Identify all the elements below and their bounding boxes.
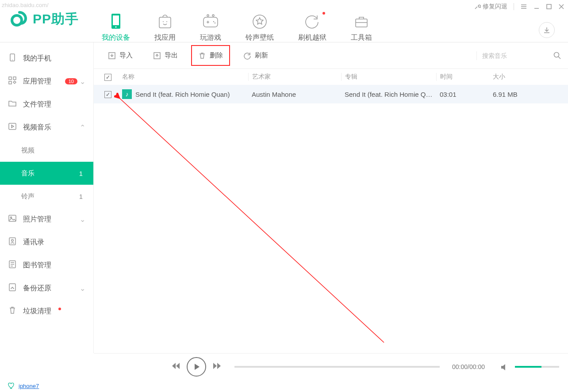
window-controls: 修复闪退 — [474, 3, 564, 11]
svg-point-16 — [12, 60, 13, 61]
tool-label: 删除 — [210, 51, 223, 60]
sidebar-item-trash[interactable]: 垃圾清理 — [0, 300, 93, 323]
logo-text: PP助手 — [33, 10, 79, 28]
sidebar-subitem-music[interactable]: 音乐 1 — [0, 162, 93, 185]
chevron-down-icon: ⌄ — [80, 77, 85, 86]
sidebar-item-files[interactable]: 文件管理 — [0, 93, 93, 116]
checkbox-row[interactable]: ✓ — [104, 91, 111, 98]
volume-slider[interactable] — [515, 366, 559, 368]
export-icon — [153, 52, 161, 60]
fix-crash-button[interactable]: 修复闪退 — [474, 3, 507, 11]
checkbox-all[interactable]: ✓ — [104, 74, 111, 81]
col-artist-header[interactable]: 艺术家 — [248, 73, 341, 81]
refresh-button[interactable]: 刷新 — [240, 49, 272, 62]
table-row[interactable]: ✓ ♪ Send It (feat. Rich Homie Quan) Aust… — [94, 85, 568, 103]
cell-size: 6.91 MB — [489, 91, 568, 98]
device-link[interactable]: iphone7 — [19, 383, 39, 389]
col-size-header[interactable]: 大小 — [489, 73, 568, 81]
trash-icon — [198, 52, 206, 60]
next-button[interactable] — [212, 361, 222, 372]
sidebar-label: 我的手机 — [23, 54, 51, 63]
image-icon — [8, 214, 17, 225]
nav-flash[interactable]: 刷机越狱 — [298, 13, 326, 42]
export-button[interactable]: 导出 — [150, 49, 181, 62]
play-button[interactable] — [187, 357, 206, 377]
trash-icon — [8, 306, 17, 316]
svg-rect-21 — [9, 215, 16, 221]
import-button[interactable]: 导入 — [104, 49, 136, 62]
sidebar-item-video-music[interactable]: 视频音乐 ⌃ — [0, 116, 93, 139]
toolbar: 导入 导出 删除 刷新 — [94, 42, 568, 69]
svg-point-4 — [115, 26, 116, 27]
nav-ringtone[interactable]: 铃声壁纸 — [246, 13, 274, 42]
book-icon — [8, 260, 17, 270]
svg-point-24 — [12, 240, 13, 241]
sidebar-item-apps[interactable]: 应用管理 10 ⌄ — [0, 70, 93, 93]
menu-icon[interactable] — [520, 3, 527, 10]
tool-label: 导入 — [119, 51, 133, 60]
chevron-up-icon: ⌃ — [80, 123, 85, 132]
close-icon[interactable] — [558, 4, 564, 10]
col-album-header[interactable]: 专辑 — [341, 73, 436, 81]
download-icon[interactable] — [539, 22, 555, 38]
sidebar-subitem-video[interactable]: 视频 — [0, 139, 93, 162]
wrench-icon — [474, 3, 481, 10]
apps-icon — [8, 76, 17, 87]
nav-label: 我的设备 — [102, 33, 130, 42]
main-nav: 我的设备 找应用 玩游戏 铃声壁纸 刷机越狱 工具箱 — [102, 4, 372, 42]
refresh-icon — [304, 13, 320, 30]
search-input[interactable] — [482, 52, 549, 59]
svg-point-29 — [554, 52, 559, 57]
volume-icon[interactable] — [500, 362, 509, 371]
chevron-down-icon: ⌄ — [80, 284, 85, 293]
count: 1 — [79, 193, 83, 200]
nav-find-app[interactable]: 找应用 — [154, 13, 176, 42]
minimize-icon[interactable] — [533, 4, 540, 10]
maximize-icon[interactable] — [546, 4, 552, 10]
window-header: 修复闪退 PP助手 我的设备 找应用 玩游戏 铃声壁纸 — [0, 0, 568, 42]
nav-label: 找应用 — [154, 33, 176, 42]
tool-label: 刷新 — [255, 51, 268, 60]
search-area — [476, 51, 562, 60]
col-time-header[interactable]: 时间 — [436, 73, 489, 81]
fix-crash-label: 修复闪退 — [483, 3, 507, 11]
sidebar-label: 音乐 — [21, 169, 35, 178]
nav-my-device[interactable]: 我的设备 — [102, 13, 130, 42]
sidebar-item-myphone[interactable]: 我的手机 — [0, 47, 93, 70]
separator — [514, 3, 514, 10]
sidebar-item-photos[interactable]: 照片管理 ⌄ — [0, 208, 93, 231]
delete-button[interactable]: 删除 — [195, 49, 226, 62]
sidebar-subitem-ringtone[interactable]: 铃声 1 — [0, 185, 93, 208]
svg-rect-20 — [9, 123, 16, 129]
cell-album: Send It (feat. Rich Homie Q… — [341, 91, 436, 98]
table-header: ✓ 名称 艺术家 专辑 时间 大小 — [94, 69, 568, 85]
nav-label: 刷机越狱 — [298, 33, 326, 42]
sidebar-item-books[interactable]: 图书管理 — [0, 254, 93, 277]
content-pane: 导入 导出 删除 刷新 ✓ 名称 艺术家 专辑 时间 — [94, 42, 568, 353]
bag-icon — [157, 13, 173, 30]
svg-point-12 — [215, 23, 215, 23]
nav-toolbox[interactable]: 工具箱 — [351, 13, 372, 42]
device-icon — [109, 13, 123, 30]
logo: PP助手 — [11, 10, 79, 28]
sidebar: 我的手机 应用管理 10 ⌄ 文件管理 视频音乐 ⌃ 视频 音乐 1 铃声 1 — [0, 42, 94, 353]
cell-time: 03:01 — [436, 91, 489, 98]
sidebar-label: 照片管理 — [23, 215, 51, 224]
notification-dot — [322, 12, 325, 15]
sidebar-label: 视频 — [21, 146, 35, 155]
svg-rect-14 — [356, 19, 367, 27]
star-icon — [252, 13, 268, 30]
col-name-header[interactable]: 名称 — [122, 73, 248, 81]
chevron-down-icon: ⌄ — [80, 215, 85, 224]
svg-point-7 — [166, 21, 167, 22]
sidebar-item-backup[interactable]: 备份还原 ⌄ — [0, 277, 93, 300]
nav-games[interactable]: 玩游戏 — [200, 13, 221, 42]
music-icon: ♪ — [122, 89, 132, 99]
progress-bar[interactable] — [234, 366, 440, 368]
svg-point-11 — [213, 21, 214, 22]
search-icon[interactable] — [553, 51, 562, 60]
svg-point-10 — [212, 15, 214, 16]
prev-button[interactable] — [171, 361, 180, 372]
sidebar-item-contacts[interactable]: 通讯录 — [0, 231, 93, 254]
svg-rect-5 — [159, 17, 171, 28]
